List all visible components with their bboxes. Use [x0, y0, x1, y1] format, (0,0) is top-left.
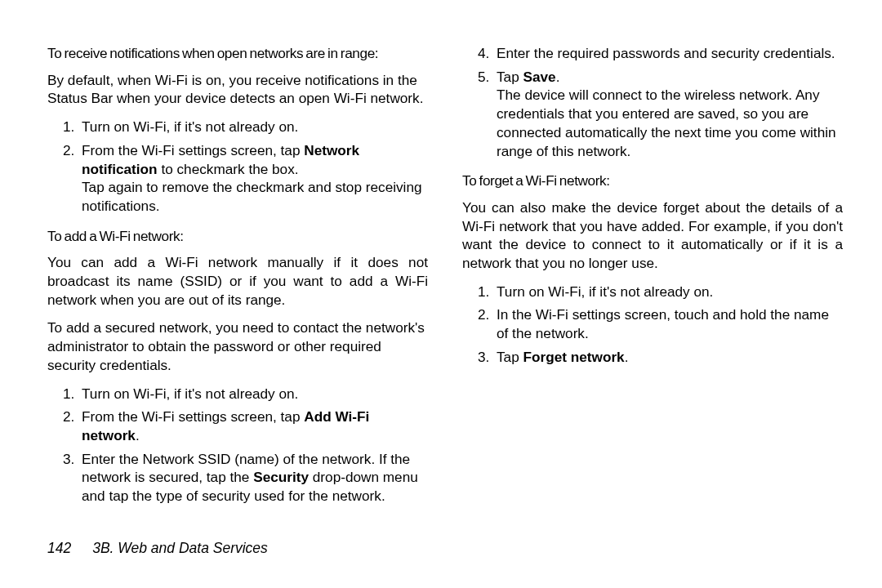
list-item: Tap Forget network.	[493, 348, 843, 367]
paragraph: By default, when Wi-Fi is on, you receiv…	[47, 71, 428, 108]
text: Tap	[497, 69, 523, 85]
heading-forget: To forget a Wi-Fi network:	[462, 172, 843, 190]
page-number: 142	[47, 540, 71, 557]
list-item: Turn on Wi-Fi, if it's not already on.	[493, 283, 843, 301]
paragraph: To add a secured network, you need to co…	[47, 318, 428, 374]
section-title: 3B. Web and Data Services	[92, 540, 268, 557]
list-item: From the Wi-Fi settings screen, tap Netw…	[78, 141, 428, 216]
heading-add: To add a Wi-Fi network:	[47, 227, 428, 246]
text-columns: To receive notifications when open netwo…	[47, 44, 843, 510]
step-text: Enter the Network SSID (name) of the net…	[82, 451, 418, 504]
step-text: Tap Save.	[497, 69, 559, 85]
steps-forget: Turn on Wi-Fi, if it's not already on. I…	[462, 283, 843, 367]
bold-label: Security	[253, 469, 309, 485]
text: .	[556, 69, 560, 85]
list-item: Tap Save. The device will connect to the…	[493, 68, 843, 161]
paragraph: You can also make the device forget abou…	[462, 198, 843, 273]
text: .	[625, 349, 629, 365]
bold-label: Forget network	[523, 349, 625, 365]
step-text: From the Wi-Fi settings screen, tap Add …	[82, 408, 369, 443]
bold-label: Save	[523, 69, 556, 85]
step-subtext: The device will connect to the wireless …	[497, 86, 843, 160]
text: From the Wi-Fi settings screen, tap	[82, 408, 304, 425]
text: From the Wi-Fi settings screen, tap	[82, 142, 304, 158]
step-text: Turn on Wi-Fi, if it's not already on.	[82, 118, 298, 135]
list-item: Turn on Wi-Fi, if it's not already on.	[78, 385, 428, 403]
step-subtext: Tap again to remove the checkmark and st…	[82, 178, 428, 215]
list-item: In the Wi-Fi settings screen, touch and …	[493, 305, 843, 342]
step-text: Turn on Wi-Fi, if it's not already on.	[82, 385, 298, 402]
list-item: Turn on Wi-Fi, if it's not already on.	[78, 118, 428, 136]
manual-page: To receive notifications when open netwo…	[0, 0, 882, 588]
step-text: Enter the required passwords and securit…	[497, 45, 835, 61]
list-item: From the Wi-Fi settings screen, tap Add …	[78, 408, 428, 444]
text: to checkmark the box.	[158, 161, 299, 177]
steps-notify: Turn on Wi-Fi, if it's not already on. F…	[47, 118, 428, 216]
text: Tap	[497, 349, 523, 365]
step-text: From the Wi-Fi settings screen, tap Netw…	[82, 142, 359, 177]
step-text: In the Wi-Fi settings screen, touch and …	[497, 306, 829, 341]
paragraph: You can add a Wi-Fi network manually if …	[47, 253, 428, 309]
page-footer: 142 3B. Web and Data Services	[47, 540, 268, 557]
step-text: Turn on Wi-Fi, if it's not already on.	[497, 283, 713, 300]
list-item: Enter the required passwords and securit…	[493, 44, 843, 63]
text: .	[136, 427, 140, 443]
list-item: Enter the Network SSID (name) of the net…	[78, 450, 428, 506]
step-text: Tap Forget network.	[497, 349, 628, 365]
heading-notify: To receive notifications when open netwo…	[47, 44, 428, 63]
